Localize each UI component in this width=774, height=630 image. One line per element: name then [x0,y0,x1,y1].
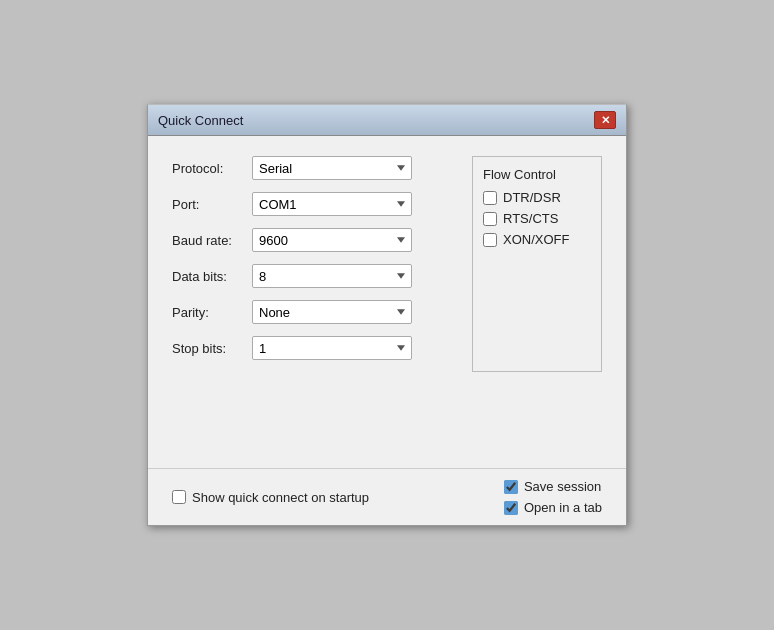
close-button[interactable]: ✕ [594,111,616,129]
data-bits-select[interactable]: 5 6 7 8 [252,264,412,288]
baud-rate-label: Baud rate: [172,233,252,248]
xon-xoff-checkbox[interactable] [483,233,497,247]
baud-rate-row: Baud rate: 1200 2400 4800 9600 19200 384… [172,228,452,252]
open-in-tab-row: Open in a tab [504,500,602,515]
stop-bits-select[interactable]: 1 1.5 2 [252,336,412,360]
xon-xoff-label[interactable]: XON/XOFF [503,232,569,247]
bottom-right-checkboxes: Save session Open in a tab [504,479,602,515]
show-on-startup-checkbox[interactable] [172,490,186,504]
protocol-select[interactable]: Serial Telnet SSH Raw [252,156,412,180]
flow-control-box: Flow Control DTR/DSR RTS/CTS XON/XOFF [472,156,602,372]
xon-xoff-row: XON/XOFF [483,232,587,247]
quick-connect-dialog: Quick Connect ✕ Protocol: Serial Telnet … [147,104,627,526]
form-area: Protocol: Serial Telnet SSH Raw Port: CO… [172,156,602,372]
stop-bits-label: Stop bits: [172,341,252,356]
protocol-row: Protocol: Serial Telnet SSH Raw [172,156,452,180]
port-label: Port: [172,197,252,212]
data-bits-label: Data bits: [172,269,252,284]
spacer [172,372,602,452]
dtr-dsr-checkbox[interactable] [483,191,497,205]
dialog-title: Quick Connect [158,113,243,128]
data-bits-row: Data bits: 5 6 7 8 [172,264,452,288]
port-row: Port: COM1 COM2 COM3 COM4 [172,192,452,216]
title-bar: Quick Connect ✕ [148,105,626,136]
baud-rate-select[interactable]: 1200 2400 4800 9600 19200 38400 57600 11… [252,228,412,252]
bottom-bar: Show quick connect on startup Save sessi… [148,468,626,525]
rts-cts-row: RTS/CTS [483,211,587,226]
dtr-dsr-label[interactable]: DTR/DSR [503,190,561,205]
save-session-checkbox[interactable] [504,480,518,494]
dialog-body: Protocol: Serial Telnet SSH Raw Port: CO… [148,136,626,468]
protocol-label: Protocol: [172,161,252,176]
port-select[interactable]: COM1 COM2 COM3 COM4 [252,192,412,216]
close-icon: ✕ [601,114,610,127]
dtr-dsr-row: DTR/DSR [483,190,587,205]
parity-select[interactable]: None Odd Even Mark Space [252,300,412,324]
open-in-tab-checkbox[interactable] [504,501,518,515]
show-on-startup-area: Show quick connect on startup [172,490,369,505]
parity-label: Parity: [172,305,252,320]
rts-cts-label[interactable]: RTS/CTS [503,211,558,226]
parity-row: Parity: None Odd Even Mark Space [172,300,452,324]
show-on-startup-label[interactable]: Show quick connect on startup [192,490,369,505]
open-in-tab-label[interactable]: Open in a tab [524,500,602,515]
form-left: Protocol: Serial Telnet SSH Raw Port: CO… [172,156,452,372]
rts-cts-checkbox[interactable] [483,212,497,226]
save-session-row: Save session [504,479,602,494]
save-session-label[interactable]: Save session [524,479,601,494]
stop-bits-row: Stop bits: 1 1.5 2 [172,336,452,360]
flow-control-title: Flow Control [483,167,587,182]
